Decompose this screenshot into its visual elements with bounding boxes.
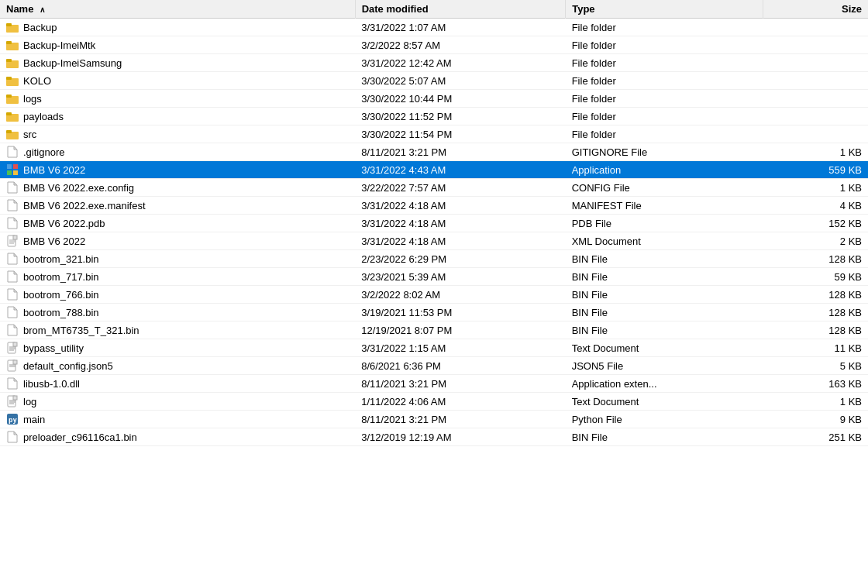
file-name: main [23, 414, 45, 425]
table-row[interactable]: libusb-1.0.dll 8/11/2021 3:21 PMApplicat… [0, 375, 868, 393]
file-icon [6, 235, 19, 247]
file-type: Text Document [566, 393, 763, 411]
file-size: 251 KB [763, 428, 868, 446]
file-size: 128 KB [763, 250, 868, 268]
svg-marker-34 [14, 271, 17, 274]
file-icon [6, 217, 19, 229]
file-name-cell: Backup-ImeiSamsung [0, 54, 355, 71]
table-row[interactable]: BMB V6 2022.pdb 3/31/2022 4:18 AMPDB Fil… [0, 215, 868, 232]
file-name-cell: py main [0, 411, 355, 428]
file-date: 8/11/2021 3:21 PM [355, 375, 566, 393]
file-date: 3/23/2021 5:39 AM [355, 268, 566, 286]
svg-marker-21 [14, 182, 17, 185]
file-name: BMB V6 2022.exe.config [23, 182, 134, 194]
file-name: bootrom_717.bin [23, 271, 99, 283]
file-icon [6, 377, 19, 390]
file-name: bypass_utility [23, 342, 84, 354]
col-header-type[interactable]: Type [566, 0, 763, 19]
table-row[interactable]: bootrom_766.bin 3/2/2022 8:02 AMBIN File… [0, 286, 868, 304]
file-icon [6, 342, 19, 354]
file-name: preloader_c96116ca1.bin [23, 432, 137, 443]
file-name: src [23, 129, 36, 140]
file-name-cell: libusb-1.0.dll [0, 375, 355, 392]
file-type: File folder [566, 54, 763, 72]
table-row[interactable]: brom_MT6735_T_321.bin 12/19/2021 8:07 PM… [0, 322, 868, 339]
file-size: 128 KB [763, 304, 868, 322]
file-type: File folder [566, 108, 763, 126]
table-row[interactable]: KOLO 3/30/2022 5:07 AMFile folder [0, 72, 868, 90]
table-row[interactable]: default_config.json5 8/6/2021 6:36 PMJSO… [0, 357, 868, 375]
file-size: 5 KB [763, 357, 868, 375]
file-icon [6, 253, 19, 265]
table-row[interactable]: logs 3/30/2022 10:44 PMFile folder [0, 90, 868, 108]
file-date: 3/12/2019 12:19 AM [355, 428, 566, 446]
table-row[interactable]: bypass_utility 3/31/2022 1:15 AMText Doc… [0, 339, 868, 357]
table-row[interactable]: preloader_c96116ca1.bin 3/12/2019 12:19 … [0, 428, 868, 446]
file-name-cell: default_config.json5 [0, 357, 355, 374]
file-date: 3/31/2022 12:42 AM [355, 54, 566, 72]
table-row[interactable]: Backup-ImeiMtk 3/2/2022 8:57 AMFile fold… [0, 36, 868, 54]
svg-marker-60 [14, 432, 17, 435]
file-date: 3/31/2022 4:43 AM [355, 161, 566, 179]
file-type: MANIFEST File [566, 197, 763, 215]
table-row[interactable]: BMB V6 2022 3/31/2022 4:18 AMXML Documen… [0, 232, 868, 250]
file-name-cell: src [0, 126, 355, 143]
table-row[interactable]: BMB V6 2022.exe.config 3/22/2022 7:57 AM… [0, 179, 868, 197]
file-name: brom_MT6735_T_321.bin [23, 325, 140, 336]
col-header-size[interactable]: Size [763, 0, 868, 19]
file-type: BIN File [566, 322, 763, 339]
file-date: 3/30/2022 10:44 PM [355, 90, 566, 108]
file-type: Application [566, 161, 763, 179]
file-icon [6, 306, 19, 318]
table-row[interactable]: py main 8/11/2021 3:21 PMPython File9 KB [0, 411, 868, 428]
file-icon [6, 270, 19, 283]
svg-rect-17 [13, 164, 18, 169]
file-date: 12/19/2021 8:07 PM [355, 322, 566, 339]
table-row[interactable]: Backup-ImeiSamsung 3/31/2022 12:42 AMFil… [0, 54, 868, 72]
table-row[interactable]: BMB V6 2022.exe.manifest 3/31/2022 4:18 … [0, 197, 868, 215]
file-icon [6, 359, 19, 372]
file-size [763, 19, 868, 36]
file-name-cell: bootrom_321.bin [0, 250, 355, 267]
file-date: 3/19/2021 11:53 PM [355, 304, 566, 322]
file-size: 128 KB [763, 322, 868, 339]
svg-rect-9 [6, 95, 12, 98]
file-icon [6, 288, 19, 301]
svg-marker-25 [14, 218, 17, 221]
svg-rect-42 [13, 342, 17, 346]
table-row[interactable]: Backup 3/31/2022 1:07 AMFile folder [0, 19, 868, 36]
file-icon [6, 431, 19, 443]
table-row[interactable]: bootrom_717.bin 3/23/2021 5:39 AMBIN Fil… [0, 268, 868, 286]
svg-rect-27 [13, 236, 17, 239]
file-icon [6, 181, 19, 194]
table-row[interactable]: payloads 3/30/2022 11:52 PMFile folder [0, 108, 868, 126]
svg-marker-51 [14, 378, 17, 381]
file-size [763, 108, 868, 126]
table-row[interactable]: log 1/11/2022 4:06 AMText Document1 KB [0, 393, 868, 411]
file-type: File folder [566, 36, 763, 54]
file-type: File folder [566, 126, 763, 143]
file-type: BIN File [566, 428, 763, 446]
file-name: BMB V6 2022 [23, 164, 85, 176]
file-name: bootrom_321.bin [23, 253, 99, 265]
table-row[interactable]: bootrom_788.bin 3/19/2021 11:53 PMBIN Fi… [0, 304, 868, 322]
file-type: BIN File [566, 268, 763, 286]
svg-rect-13 [6, 130, 12, 133]
table-row[interactable]: .gitignore 8/11/2021 3:21 PMGITIGNORE Fi… [0, 143, 868, 161]
file-date: 8/11/2021 3:21 PM [355, 411, 566, 428]
file-type: File folder [566, 19, 763, 36]
file-size [763, 54, 868, 72]
table-row[interactable]: bootrom_321.bin 2/23/2022 6:29 PMBIN Fil… [0, 250, 868, 268]
file-date: 3/30/2022 11:52 PM [355, 108, 566, 126]
file-date: 3/31/2022 1:15 AM [355, 339, 566, 357]
col-header-name[interactable]: Name ∧ [0, 0, 355, 19]
file-name: logs [23, 93, 42, 105]
table-row[interactable]: BMB V6 2022 3/31/2022 4:43 AMApplication… [0, 161, 868, 179]
file-name: Backup [23, 22, 57, 33]
file-name: libusb-1.0.dll [23, 378, 80, 390]
file-date: 3/31/2022 1:07 AM [355, 19, 566, 36]
file-name: .gitignore [23, 146, 64, 158]
col-header-date[interactable]: Date modified [355, 0, 566, 19]
table-row[interactable]: src 3/30/2022 11:54 PMFile folder [0, 126, 868, 143]
file-list: Name ∧ Date modified Type Size Backup 3/… [0, 0, 868, 446]
